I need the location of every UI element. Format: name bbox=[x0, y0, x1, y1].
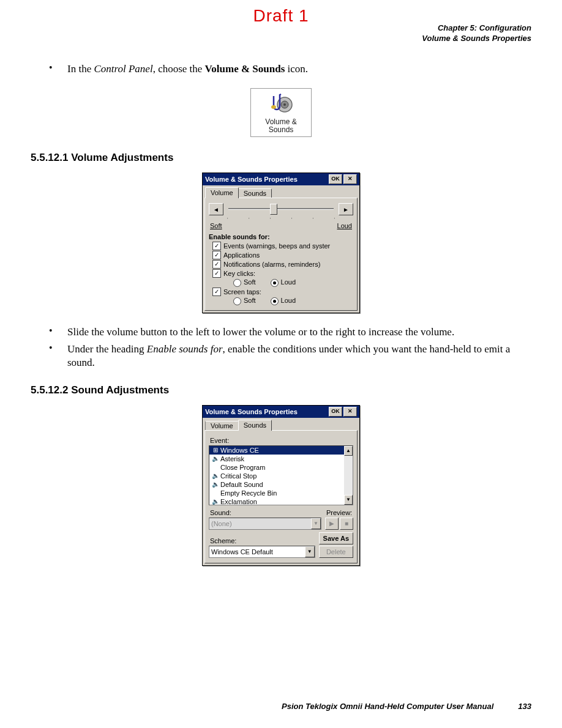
enable-sounds-header: Enable sounds for: bbox=[209, 233, 353, 240]
checkbox-screentaps-label: Screen taps: bbox=[223, 288, 261, 295]
event-listbox[interactable]: ⊞Windows CE 🔈Asterisk Close Program 🔈Cri… bbox=[209, 445, 353, 505]
page-header: Chapter 5: Configuration Volume & Sounds… bbox=[422, 23, 531, 44]
list-item[interactable]: 🔈Critical Stop bbox=[209, 472, 344, 480]
sound-icon: 🔈 bbox=[211, 481, 220, 488]
sound-icon: 🔈 bbox=[211, 498, 220, 505]
list-item[interactable]: Empty Recycle Bin bbox=[209, 489, 344, 497]
sound-properties-dialog: Volume & Sounds Properties OK Volume Sou… bbox=[202, 405, 360, 566]
dialog-title: Volume & Sounds Properties bbox=[205, 408, 328, 415]
checkbox-applications-label: Applications bbox=[223, 251, 260, 259]
speaker-note-icon bbox=[252, 92, 310, 117]
soft-label: Soft bbox=[210, 222, 222, 229]
tab-sounds[interactable]: Sounds bbox=[238, 420, 272, 431]
checkbox-events[interactable] bbox=[212, 242, 221, 250]
volume-properties-dialog: Volume & Sounds Properties OK Volume Sou… bbox=[202, 173, 360, 313]
scrollbar[interactable]: ▲ ▼ bbox=[344, 446, 353, 505]
checkbox-notifications[interactable] bbox=[212, 260, 221, 269]
windows-icon: ⊞ bbox=[211, 447, 220, 453]
instruction-bullet-3: • Under the heading Enable sounds for, e… bbox=[49, 343, 531, 370]
radio-screentaps-soft[interactable] bbox=[233, 297, 241, 305]
radio-keyclicks-soft[interactable] bbox=[233, 279, 241, 287]
list-item[interactable]: 🔈Asterisk bbox=[209, 455, 344, 463]
list-item[interactable]: ⊞Windows CE bbox=[209, 446, 344, 455]
slider-thumb[interactable] bbox=[270, 204, 277, 215]
list-item[interactable]: Close Program bbox=[209, 463, 344, 472]
loud-label: Loud bbox=[337, 222, 352, 229]
play-icon[interactable]: ▶ bbox=[325, 518, 339, 530]
bullet-dot-icon: • bbox=[49, 325, 67, 339]
delete-button: Delete bbox=[319, 546, 353, 558]
bullet-text: Under the heading Enable sounds for, ena… bbox=[67, 343, 531, 370]
page-number: 133 bbox=[518, 702, 531, 711]
sound-label: Sound: bbox=[210, 509, 321, 516]
chevron-down-icon[interactable]: ▼ bbox=[305, 546, 315, 557]
dialog-title: Volume & Sounds Properties bbox=[205, 176, 328, 183]
volume-slider[interactable] bbox=[226, 204, 336, 215]
close-icon[interactable] bbox=[343, 174, 357, 184]
scheme-dropdown[interactable]: Windows CE Default ▼ bbox=[209, 546, 315, 558]
bullet-text: Slide the volume button to the left to l… bbox=[67, 325, 531, 339]
list-item[interactable]: 🔈Exclamation bbox=[209, 497, 344, 505]
sound-dropdown: (None) ▼ bbox=[209, 518, 321, 530]
chevron-down-icon: ▼ bbox=[311, 518, 321, 529]
checkbox-screentaps[interactable] bbox=[212, 288, 221, 296]
tab-sounds[interactable]: Sounds bbox=[238, 188, 272, 198]
list-item[interactable]: 🔈Default Sound bbox=[209, 480, 344, 489]
bullet-dot-icon: • bbox=[49, 62, 67, 76]
volume-sounds-icon-figure: Volume & Sounds bbox=[250, 88, 312, 137]
volume-increase-button[interactable]: ► bbox=[339, 203, 353, 215]
checkbox-keyclicks[interactable] bbox=[212, 269, 221, 278]
save-as-button[interactable]: Save As bbox=[319, 532, 353, 544]
section-heading-1: 5.5.12.1 Volume Adjustments bbox=[31, 152, 531, 164]
instruction-bullet-1: • In the Control Panel, choose the Volum… bbox=[49, 62, 531, 76]
instruction-bullet-2: • Slide the volume button to the left to… bbox=[49, 325, 531, 339]
scroll-down-icon[interactable]: ▼ bbox=[344, 495, 353, 505]
close-icon[interactable] bbox=[343, 407, 357, 417]
ok-button[interactable]: OK bbox=[329, 174, 342, 184]
preview-label: Preview: bbox=[326, 509, 353, 516]
svg-point-3 bbox=[271, 105, 276, 109]
bullet-dot-icon: • bbox=[49, 343, 67, 370]
scheme-label: Scheme: bbox=[210, 537, 315, 544]
tab-volume[interactable]: Volume bbox=[205, 421, 239, 430]
event-label: Event: bbox=[210, 437, 353, 444]
bullet-text: In the Control Panel, choose the Volume … bbox=[67, 62, 531, 76]
checkbox-applications[interactable] bbox=[212, 251, 221, 259]
checkbox-keyclicks-label: Key clicks: bbox=[223, 270, 255, 277]
section-heading-2: 5.5.12.2 Sound Adjustments bbox=[31, 384, 531, 396]
header-section: Volume & Sounds Properties bbox=[422, 34, 531, 44]
header-chapter: Chapter 5: Configuration bbox=[422, 23, 531, 34]
volume-decrease-button[interactable]: ◄ bbox=[209, 203, 223, 215]
sound-icon: 🔈 bbox=[211, 472, 220, 479]
page-footer: Psion Teklogix Omnii Hand-Held Computer … bbox=[282, 702, 531, 711]
ok-button[interactable]: OK bbox=[329, 407, 342, 417]
stop-icon[interactable]: ■ bbox=[340, 518, 353, 530]
scroll-up-icon[interactable]: ▲ bbox=[344, 446, 353, 456]
checkbox-notifications-label: Notifications (alarms, reminders) bbox=[223, 261, 320, 268]
icon-label-line2: Sounds bbox=[252, 126, 310, 134]
radio-keyclicks-loud[interactable] bbox=[271, 279, 279, 287]
checkbox-events-label: Events (warnings, beeps and syster bbox=[223, 242, 330, 250]
svg-point-2 bbox=[283, 103, 286, 106]
sound-icon: 🔈 bbox=[211, 455, 220, 462]
tab-volume[interactable]: Volume bbox=[205, 187, 239, 198]
radio-screentaps-loud[interactable] bbox=[271, 297, 279, 305]
